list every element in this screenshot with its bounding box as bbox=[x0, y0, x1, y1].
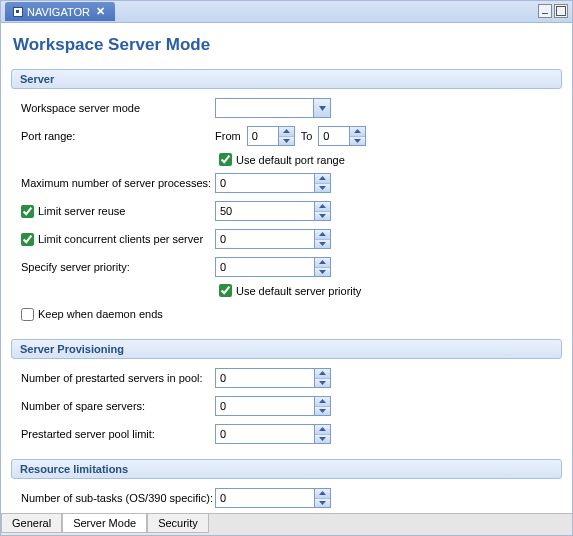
workspace-mode-dropdown[interactable] bbox=[215, 98, 331, 118]
section-provisioning: Server Provisioning Number of prestarted… bbox=[11, 339, 562, 453]
limit-reuse-value[interactable]: 50 bbox=[216, 202, 314, 220]
spinner-down-icon[interactable] bbox=[315, 184, 330, 193]
spinner-up-icon[interactable] bbox=[315, 258, 330, 268]
use-default-priority-checkbox[interactable] bbox=[219, 284, 232, 297]
limit-clients-checkbox[interactable] bbox=[21, 233, 34, 246]
spinner-up-icon[interactable] bbox=[315, 174, 330, 184]
top-tab-bar: NAVIGATOR ✕ bbox=[1, 1, 572, 23]
port-to-label: To bbox=[301, 130, 313, 142]
pool-limit-spinner[interactable]: 0 bbox=[215, 424, 331, 444]
spinner-down-icon[interactable] bbox=[315, 212, 330, 221]
navigator-tab-icon bbox=[13, 7, 23, 17]
bottom-tab-bar: General Server Mode Security bbox=[1, 513, 572, 535]
port-from-label: From bbox=[215, 130, 241, 142]
port-to-value[interactable]: 0 bbox=[319, 127, 349, 145]
section-server: Server Workspace server mode Port range:… bbox=[11, 69, 562, 333]
max-processes-spinner[interactable]: 0 bbox=[215, 173, 331, 193]
chevron-down-icon[interactable] bbox=[313, 99, 330, 117]
spare-value[interactable]: 0 bbox=[216, 397, 314, 415]
page-title: Workspace Server Mode bbox=[13, 35, 560, 55]
tab-general[interactable]: General bbox=[1, 514, 62, 533]
close-tab-icon[interactable]: ✕ bbox=[94, 5, 107, 18]
port-range-label: Port range: bbox=[17, 130, 215, 142]
max-processes-value[interactable]: 0 bbox=[216, 174, 314, 192]
limit-clients-value[interactable]: 0 bbox=[216, 230, 314, 248]
prestarted-value[interactable]: 0 bbox=[216, 369, 314, 387]
spinner-down-icon[interactable] bbox=[315, 407, 330, 416]
limit-reuse-spinner[interactable]: 50 bbox=[215, 201, 331, 221]
spinner-up-icon[interactable] bbox=[315, 425, 330, 435]
keep-daemon-label: Keep when daemon ends bbox=[38, 308, 163, 320]
use-default-port-checkbox[interactable] bbox=[219, 153, 232, 166]
spinner-down-icon[interactable] bbox=[279, 137, 294, 146]
spinner-down-icon[interactable] bbox=[315, 268, 330, 277]
spinner-down-icon[interactable] bbox=[350, 137, 365, 146]
section-resource: Resource limitations Number of sub-tasks… bbox=[11, 459, 562, 513]
window-controls bbox=[538, 4, 568, 18]
limit-reuse-label: Limit server reuse bbox=[38, 205, 125, 217]
limit-reuse-checkbox[interactable] bbox=[21, 205, 34, 218]
workspace-mode-value bbox=[216, 99, 313, 117]
limit-clients-label: Limit concurrent clients per server bbox=[38, 233, 203, 245]
port-from-value[interactable]: 0 bbox=[248, 127, 278, 145]
pool-limit-label: Prestarted server pool limit: bbox=[17, 428, 215, 440]
spinner-up-icon[interactable] bbox=[315, 489, 330, 499]
maximize-button[interactable] bbox=[554, 4, 568, 18]
use-default-priority-label: Use default server priority bbox=[236, 285, 361, 297]
section-header-server: Server bbox=[11, 69, 562, 89]
workspace-mode-label: Workspace server mode bbox=[17, 102, 215, 114]
tab-server-mode[interactable]: Server Mode bbox=[62, 514, 147, 533]
spinner-down-icon[interactable] bbox=[315, 499, 330, 508]
spare-spinner[interactable]: 0 bbox=[215, 396, 331, 416]
spinner-down-icon[interactable] bbox=[315, 379, 330, 388]
spinner-up-icon[interactable] bbox=[279, 127, 294, 137]
port-from-spinner[interactable]: 0 bbox=[247, 126, 295, 146]
minimize-button[interactable] bbox=[538, 4, 552, 18]
prestarted-label: Number of prestarted servers in pool: bbox=[17, 372, 215, 384]
prestarted-spinner[interactable]: 0 bbox=[215, 368, 331, 388]
limit-clients-spinner[interactable]: 0 bbox=[215, 229, 331, 249]
content-pane: Workspace Server Mode Server Workspace s… bbox=[1, 23, 572, 513]
port-to-spinner[interactable]: 0 bbox=[318, 126, 366, 146]
navigator-tab[interactable]: NAVIGATOR ✕ bbox=[5, 2, 115, 21]
section-header-resource: Resource limitations bbox=[11, 459, 562, 479]
subtasks-value[interactable]: 0 bbox=[216, 489, 314, 507]
tab-security[interactable]: Security bbox=[147, 514, 209, 533]
spinner-down-icon[interactable] bbox=[315, 240, 330, 249]
spinner-up-icon[interactable] bbox=[315, 230, 330, 240]
spinner-up-icon[interactable] bbox=[315, 369, 330, 379]
keep-daemon-checkbox[interactable] bbox=[21, 308, 34, 321]
spinner-up-icon[interactable] bbox=[350, 127, 365, 137]
pool-limit-value[interactable]: 0 bbox=[216, 425, 314, 443]
use-default-port-label: Use default port range bbox=[236, 154, 345, 166]
priority-value[interactable]: 0 bbox=[216, 258, 314, 276]
max-processes-label: Maximum number of server processes: bbox=[17, 177, 215, 189]
subtasks-spinner[interactable]: 0 bbox=[215, 488, 331, 508]
navigator-tab-label: NAVIGATOR bbox=[27, 6, 90, 18]
spare-label: Number of spare servers: bbox=[17, 400, 215, 412]
spinner-up-icon[interactable] bbox=[315, 202, 330, 212]
spinner-down-icon[interactable] bbox=[315, 435, 330, 444]
spinner-up-icon[interactable] bbox=[315, 397, 330, 407]
section-header-provisioning: Server Provisioning bbox=[11, 339, 562, 359]
priority-label: Specify server priority: bbox=[17, 261, 215, 273]
priority-spinner[interactable]: 0 bbox=[215, 257, 331, 277]
subtasks-label: Number of sub-tasks (OS/390 specific): bbox=[17, 492, 215, 504]
